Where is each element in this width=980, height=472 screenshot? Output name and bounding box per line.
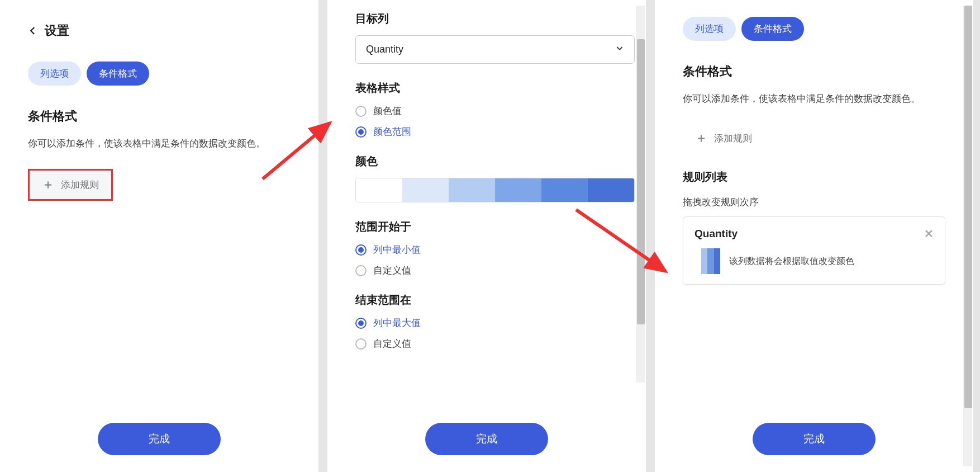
close-icon[interactable]: ✕ [924,227,934,240]
add-rule-button[interactable]: ＋ 添加规则 [28,169,113,201]
radio-range-start-min[interactable]: 列中最小值 [355,243,635,256]
panel-scroll[interactable]: 目标列 Quantity 表格样式 颜色值 颜色范围 颜色 范围开始于 列中最小 [327,0,646,412]
color-step [694,248,701,274]
section-desc: 你可以添加条件，使该表格中满足条件的数据改变颜色。 [28,136,291,152]
add-rule-button[interactable]: ＋ 添加规则 [683,124,764,153]
radio-label: 自定义值 [373,264,411,277]
tab-conditional-format[interactable]: 条件格式 [741,17,804,41]
color-step [707,248,714,274]
tab-column-options[interactable]: 列选项 [28,62,81,86]
done-button[interactable]: 完成 [753,423,876,455]
add-rule-label: 添加规则 [714,132,752,145]
plus-icon: ＋ [42,178,54,191]
color-step [495,178,541,202]
section-title: 条件格式 [28,108,291,125]
panel-rule-config: 目标列 Quantity 表格样式 颜色值 颜色范围 颜色 范围开始于 列中最小 [327,0,646,472]
done-button[interactable]: 完成 [98,423,221,455]
radio-color-range[interactable]: 颜色范围 [355,125,635,138]
radio-icon [355,106,367,117]
color-step [588,178,634,202]
radio-icon [355,265,367,276]
rule-card[interactable]: Quantity ✕ 该列数据将会根据取值改变颜色 [683,216,945,285]
range-start-label: 范围开始于 [355,219,635,234]
target-column-label: 目标列 [355,11,635,26]
header-title: 设置 [45,22,69,39]
radio-label: 颜色范围 [373,125,411,138]
rule-gradient-preview [694,248,720,274]
radio-label: 自定义值 [373,337,411,350]
back-chevron-icon[interactable] [28,26,38,36]
radio-label: 列中最小值 [373,243,421,256]
section-title: 条件格式 [683,63,945,80]
range-end-label: 结束范围在 [355,292,635,308]
footer: 完成 [0,412,318,472]
radio-range-start-custom[interactable]: 自定义值 [355,264,635,277]
rule-card-body: 该列数据将会根据取值改变颜色 [694,248,934,274]
footer: 完成 [655,412,973,472]
radio-icon [355,126,367,138]
radio-range-end-max[interactable]: 列中最大值 [355,317,635,329]
range-start-radio-group: 列中最小值 自定义值 [355,243,635,277]
color-gradient-picker[interactable] [355,178,635,202]
radio-label: 颜色值 [373,105,402,117]
table-style-radio-group: 颜色值 颜色范围 [355,105,635,138]
color-step [449,178,495,202]
color-label: 颜色 [355,154,635,169]
tab-conditional-format[interactable]: 条件格式 [87,62,149,86]
rule-list-label: 规则列表 [683,169,945,185]
panel-rule-list: 列选项 条件格式 条件格式 你可以添加条件，使该表格中满足条件的数据改变颜色。 … [655,0,973,472]
panel-settings: 设置 列选项 条件格式 条件格式 你可以添加条件，使该表格中满足条件的数据改变颜… [0,0,318,472]
rule-card-title: Quantity [694,228,738,240]
tab-column-options[interactable]: 列选项 [683,17,736,41]
color-step [541,178,588,202]
range-end-radio-group: 列中最大值 自定义值 [355,317,635,350]
color-step [356,178,402,202]
chevron-down-icon [615,44,624,55]
select-value: Quantity [366,44,403,55]
scrollbar-thumb[interactable] [637,39,645,324]
color-step [701,248,708,274]
radio-icon [355,318,367,329]
scrollbar-thumb[interactable] [964,6,972,408]
panel-scroll: 设置 列选项 条件格式 条件格式 你可以添加条件，使该表格中满足条件的数据改变颜… [0,0,318,412]
tabs: 列选项 条件格式 [683,17,945,41]
drag-hint: 拖拽改变规则次序 [683,196,945,209]
table-style-label: 表格样式 [355,81,635,96]
header: 设置 [28,22,291,39]
add-rule-label: 添加规则 [61,178,99,191]
rule-card-header: Quantity ✕ [694,227,934,240]
radio-color-value[interactable]: 颜色值 [355,105,635,117]
color-step [714,248,721,274]
radio-icon [355,244,367,256]
plus-icon: ＋ [695,132,707,144]
panel-scroll[interactable]: 列选项 条件格式 条件格式 你可以添加条件，使该表格中满足条件的数据改变颜色。 … [655,0,973,412]
done-button[interactable]: 完成 [425,423,548,455]
radio-icon [355,338,367,350]
rule-desc: 该列数据将会根据取值改变颜色 [729,254,854,268]
radio-range-end-custom[interactable]: 自定义值 [355,337,635,350]
radio-label: 列中最大值 [373,317,421,329]
tabs: 列选项 条件格式 [28,62,291,86]
footer: 完成 [327,412,646,472]
target-column-select[interactable]: Quantity [355,35,635,64]
color-step [402,178,449,202]
section-desc: 你可以添加条件，使该表格中满足条件的数据改变颜色。 [683,91,945,107]
